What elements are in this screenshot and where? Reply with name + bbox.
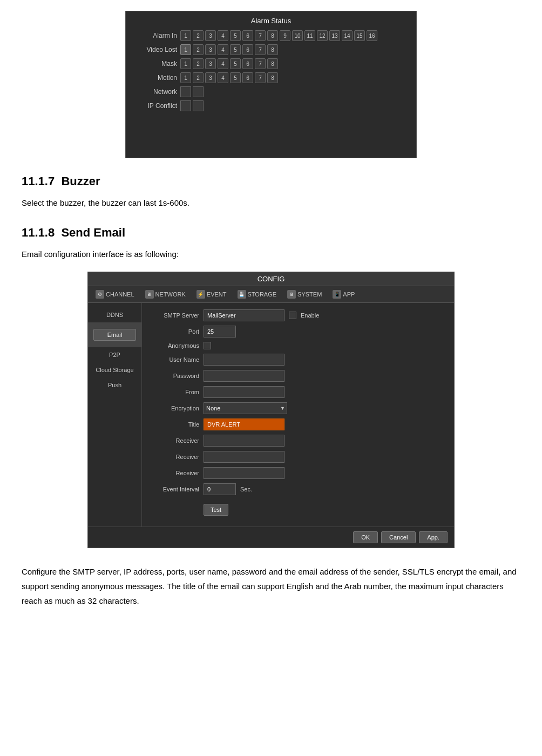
network-sq-1[interactable] (180, 86, 191, 97)
motion-btn-7[interactable]: 7 (255, 72, 266, 83)
sidebar-email[interactable]: Email (88, 322, 141, 347)
receiver1-label: Receiver (151, 437, 199, 444)
vl-btn-1[interactable]: 1 (180, 44, 191, 55)
mask-btn-7[interactable]: 7 (255, 58, 266, 69)
mask-btn-2[interactable]: 2 (193, 58, 204, 69)
alarm-btn-1[interactable]: 1 (180, 30, 191, 41)
nav-storage[interactable]: 💾 STORAGE (233, 288, 281, 300)
alarm-btn-7[interactable]: 7 (255, 30, 266, 41)
title-input[interactable] (204, 418, 284, 430)
alarm-btn-15[interactable]: 15 (354, 30, 365, 41)
receiver3-row: Receiver (151, 467, 445, 479)
password-input[interactable] (204, 370, 284, 382)
motion-btn-8[interactable]: 8 (267, 72, 278, 83)
receiver1-input[interactable] (204, 435, 284, 447)
alarm-btn-12[interactable]: 12 (317, 30, 328, 41)
motion-btn-3[interactable]: 3 (205, 72, 216, 83)
cancel-button[interactable]: Cancel (381, 531, 416, 543)
alarm-btn-13[interactable]: 13 (329, 30, 340, 41)
alarm-btn-4[interactable]: 4 (218, 30, 228, 41)
alarm-status-title: Alarm Status (134, 17, 408, 25)
motion-btn-2[interactable]: 2 (193, 72, 204, 83)
anonymous-checkbox[interactable] (204, 342, 211, 349)
alarm-btn-14[interactable]: 14 (342, 30, 353, 41)
event-interval-input[interactable] (204, 483, 236, 495)
mask-btn-8[interactable]: 8 (267, 58, 278, 69)
ok-button[interactable]: OK (353, 531, 378, 543)
motion-btn-4[interactable]: 4 (218, 72, 228, 83)
test-button[interactable]: Test (204, 504, 228, 516)
password-label: Password (151, 373, 199, 379)
ip-conflict-sq-1[interactable] (180, 100, 191, 111)
alarm-status-screenshot: Alarm Status Alarm In 1 2 3 4 5 6 7 8 9 … (125, 11, 417, 158)
alarm-btn-6[interactable]: 6 (242, 30, 253, 41)
ip-conflict-squares (180, 100, 204, 111)
nav-channel[interactable]: ⚙ CHANNEL (91, 288, 139, 300)
motion-btn-5[interactable]: 5 (230, 72, 241, 83)
vl-btn-6[interactable]: 6 (242, 44, 253, 55)
motion-btn-1[interactable]: 1 (180, 72, 191, 83)
config-body: DDNS Email P2P Cloud Storage Push SMTP S… (88, 303, 454, 526)
alarm-btn-16[interactable]: 16 (367, 30, 377, 41)
section-buzzer-title: Buzzer (61, 174, 100, 188)
alarm-btn-5[interactable]: 5 (230, 30, 241, 41)
config-form: SMTP Server Enable Port Anonymous User N… (142, 303, 454, 526)
motion-label: Motion (134, 74, 177, 82)
from-input[interactable] (204, 386, 284, 398)
username-input[interactable] (204, 354, 284, 366)
nav-system-label: SYSTEM (297, 291, 322, 298)
mask-btn-3[interactable]: 3 (205, 58, 216, 69)
alarm-row-network: Network (134, 86, 408, 97)
vl-btn-5[interactable]: 5 (230, 44, 241, 55)
network-sq-2[interactable] (193, 86, 204, 97)
enable-checkbox[interactable] (289, 312, 296, 319)
nav-system[interactable]: 🖥 SYSTEM (283, 288, 326, 300)
vl-btn-2[interactable]: 2 (193, 44, 204, 55)
ip-conflict-label: IP Conflict (134, 102, 177, 110)
smtp-server-label: SMTP Server (151, 312, 199, 319)
alarm-btn-8[interactable]: 8 (267, 30, 278, 41)
mask-btn-5[interactable]: 5 (230, 58, 241, 69)
receiver2-input[interactable] (204, 451, 284, 463)
alarm-btn-3[interactable]: 3 (205, 30, 216, 41)
port-input[interactable] (204, 326, 236, 338)
encryption-select[interactable]: None SSL TLS (204, 402, 287, 414)
alarm-btn-2[interactable]: 2 (193, 30, 204, 41)
ip-conflict-sq-2[interactable] (193, 100, 204, 111)
username-row: User Name (151, 354, 445, 366)
vl-btn-7[interactable]: 7 (255, 44, 266, 55)
app-button[interactable]: App. (419, 531, 448, 543)
mask-btn-6[interactable]: 6 (242, 58, 253, 69)
section-buzzer-paragraph: Select the buzzer, the buzzer can last 1… (22, 197, 520, 210)
mask-btn-4[interactable]: 4 (218, 58, 228, 69)
mask-btn-1[interactable]: 1 (180, 58, 191, 69)
sidebar-p2p[interactable]: P2P (88, 347, 141, 362)
network-label: Network (134, 88, 177, 96)
nav-app[interactable]: 📱 APP (328, 288, 359, 300)
motion-btn-6[interactable]: 6 (242, 72, 253, 83)
alarm-btn-11[interactable]: 11 (304, 30, 315, 41)
system-icon: 🖥 (287, 290, 296, 299)
sidebar-ddns[interactable]: DDNS (88, 307, 141, 322)
vl-btn-4[interactable]: 4 (218, 44, 228, 55)
sidebar-email-btn[interactable]: Email (93, 329, 136, 341)
alarm-btn-10[interactable]: 10 (292, 30, 303, 41)
nav-event[interactable]: ⚡ EVENT (192, 288, 231, 300)
receiver3-label: Receiver (151, 470, 199, 476)
video-lost-buttons: 1 2 3 4 5 6 7 8 (180, 44, 278, 55)
alarm-btn-9[interactable]: 9 (280, 30, 290, 41)
nav-network-label: NETWORK (155, 291, 186, 298)
receiver3-input[interactable] (204, 467, 284, 479)
vl-btn-8[interactable]: 8 (267, 44, 278, 55)
nav-network[interactable]: 🖥 NETWORK (141, 288, 190, 300)
encryption-row: Encryption None SSL TLS ▼ (151, 402, 445, 414)
sidebar-cloud-storage[interactable]: Cloud Storage (88, 362, 141, 377)
sidebar-push[interactable]: Push (88, 377, 141, 393)
title-label: Title (151, 421, 199, 428)
encryption-label: Encryption (151, 405, 199, 411)
alarm-row-ip-conflict: IP Conflict (134, 100, 408, 111)
encryption-select-wrapper: None SSL TLS ▼ (204, 402, 287, 414)
vl-btn-3[interactable]: 3 (205, 44, 216, 55)
smtp-server-input[interactable] (204, 309, 284, 321)
motion-buttons: 1 2 3 4 5 6 7 8 (180, 72, 278, 83)
